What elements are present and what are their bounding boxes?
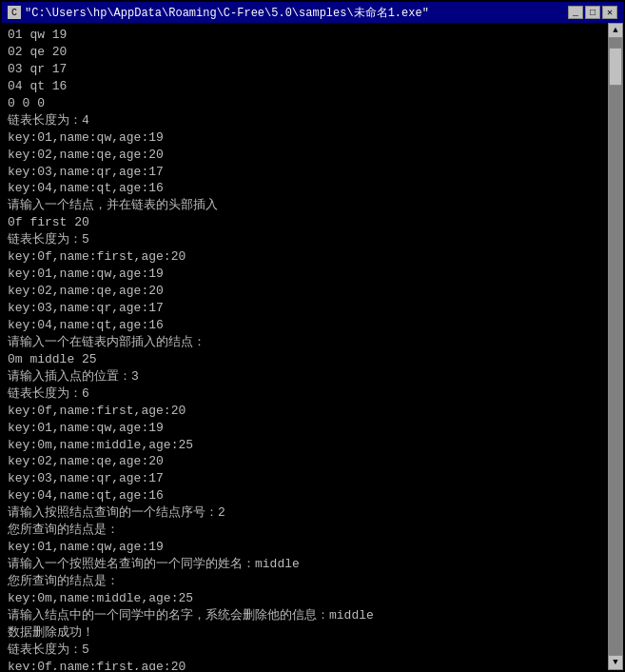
title-bar-left: C "C:\Users\hp\AppData\Roaming\C-Free\5.…	[8, 5, 429, 21]
console-line-30: key:01,name:qw,age:19	[8, 539, 600, 556]
console-line-26: key:03,name:qr,age:17	[8, 470, 600, 487]
console-line-31: 请输入一个按照姓名查询的一个同学的姓名：middle	[8, 556, 600, 573]
window-title: "C:\Users\hp\AppData\Roaming\C-Free\5.0\…	[25, 5, 429, 21]
console-line-21: 链表长度为：6	[8, 385, 600, 403]
console-line-27: key:04,name:qt,age:16	[8, 487, 600, 504]
scrollbar-up[interactable]: ▲	[608, 23, 623, 38]
console-line-16: key:03,name:qr,age:17	[8, 300, 600, 317]
console-line-13: key:0f,name:first,age:20	[8, 248, 600, 266]
console-line-33: key:0m,name:middle,age:25	[8, 590, 600, 607]
console-line-32: 您所查询的结点是：	[8, 573, 600, 590]
console-line-4: 0 0 0	[8, 95, 600, 112]
console-line-25: key:02,name:qe,age:20	[8, 453, 600, 470]
console-line-28: 请输入按照结点查询的一个结点序号：2	[8, 504, 600, 522]
console-line-8: key:03,name:qr,age:17	[8, 164, 600, 181]
scrollbar-thumb[interactable]	[609, 48, 622, 86]
scrollbar[interactable]: ▲ ▼	[608, 23, 623, 670]
main-window: C "C:\Users\hp\AppData\Roaming\C-Free\5.…	[0, 0, 625, 672]
maximize-button[interactable]: □	[585, 6, 600, 19]
close-button[interactable]: ✕	[602, 6, 617, 19]
console-line-23: key:01,name:qw,age:19	[8, 420, 600, 437]
title-buttons: _ □ ✕	[568, 6, 617, 19]
console-line-0: 01 qw 19	[8, 27, 600, 44]
console-line-24: key:0m,name:middle,age:25	[8, 437, 600, 454]
console-line-37: key:0f,name:first,age:20	[8, 659, 600, 670]
console-line-12: 链表长度为：5	[8, 231, 600, 248]
minimize-button[interactable]: _	[568, 6, 583, 19]
console-line-29: 您所查询的结点是：	[8, 522, 600, 539]
console-line-9: key:04,name:qt,age:16	[8, 180, 600, 197]
console-line-18: 请输入一个在链表内部插入的结点：	[8, 334, 600, 351]
console-line-15: key:02,name:qe,age:20	[8, 283, 600, 300]
console-line-22: key:0f,name:first,age:20	[8, 403, 600, 420]
console-line-36: 链表长度为：5	[8, 642, 600, 659]
console-line-6: key:01,name:qw,age:19	[8, 129, 600, 147]
scrollbar-track	[608, 38, 623, 655]
console-line-5: 链表长度为：4	[8, 112, 600, 129]
title-bar: C "C:\Users\hp\AppData\Roaming\C-Free\5.…	[2, 2, 623, 23]
console-line-20: 请输入插入点的位置：3	[8, 368, 600, 385]
console-line-1: 02 qe 20	[8, 44, 600, 61]
console-content: 01 qw 1902 qe 2003 qr 1704 qt 160 0 0链表长…	[8, 27, 617, 670]
console-area: 01 qw 1902 qe 2003 qr 1704 qt 160 0 0链表长…	[2, 23, 623, 670]
console-line-35: 数据删除成功！	[8, 624, 600, 642]
console-line-19: 0m middle 25	[8, 351, 600, 368]
console-line-11: 0f first 20	[8, 214, 600, 231]
console-line-14: key:01,name:qw,age:19	[8, 266, 600, 283]
console-line-10: 请输入一个结点，并在链表的头部插入	[8, 197, 600, 214]
console-line-34: 请输入结点中的一个同学中的名字，系统会删除他的信息：middle	[8, 607, 600, 624]
console-line-3: 04 qt 16	[8, 78, 600, 95]
console-line-7: key:02,name:qe,age:20	[8, 147, 600, 164]
scrollbar-down[interactable]: ▼	[608, 655, 623, 670]
window-icon: C	[8, 6, 21, 19]
console-line-17: key:04,name:qt,age:16	[8, 317, 600, 334]
console-line-2: 03 qr 17	[8, 61, 600, 78]
